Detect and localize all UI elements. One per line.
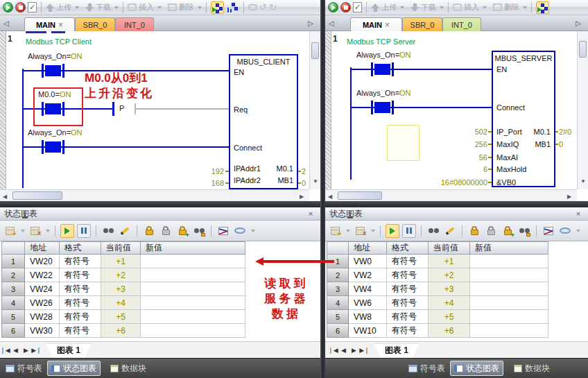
cell-format[interactable]: 有符号: [387, 268, 429, 282]
cell-new[interactable]: [141, 324, 245, 338]
upload-dropdown-icon[interactable]: [75, 6, 79, 9]
pause-chart-button[interactable]: [77, 224, 91, 238]
cell-format[interactable]: 有符号: [387, 324, 429, 338]
output-value[interactable]: 2: [302, 167, 306, 175]
server-ladder-editor[interactable]: 1 Modbus TCP Server Always_On=ON Always_…: [325, 31, 588, 201]
row-header[interactable]: 4: [2, 296, 25, 310]
row-header[interactable]: 6: [2, 324, 25, 338]
trend-view-icon[interactable]: [216, 224, 230, 238]
scroll-right-icon[interactable]: ▶: [567, 194, 571, 200]
insert-button[interactable]: 插入: [139, 2, 154, 12]
tab-int0[interactable]: INT_0: [115, 17, 154, 31]
cell-format[interactable]: 有符号: [60, 310, 101, 324]
insert-button[interactable]: 插入: [464, 2, 479, 12]
symbol-table-button[interactable]: 符号表: [2, 361, 46, 376]
download-button[interactable]: 下载: [421, 2, 436, 12]
cell-current[interactable]: +4: [429, 296, 470, 310]
unforce-icon[interactable]: [484, 224, 498, 238]
scrollbar-thumb[interactable]: [338, 191, 382, 200]
cell-current[interactable]: +5: [101, 310, 141, 324]
cell-new[interactable]: [141, 282, 245, 296]
prev-bookmark-icon[interactable]: ↺: [259, 3, 267, 12]
cell-format[interactable]: 有符号: [60, 282, 101, 296]
insert-dropdown-icon[interactable]: [157, 6, 162, 9]
output-value[interactable]: 0: [559, 140, 563, 148]
bookmark-icon[interactable]: [248, 4, 257, 10]
unforce-icon[interactable]: [159, 224, 173, 238]
download-dropdown-icon[interactable]: [114, 6, 119, 9]
scrollbar-thumb[interactable]: [12, 191, 62, 200]
col-header-address[interactable]: 地址: [349, 242, 387, 255]
contact-always-on-2[interactable]: [42, 140, 64, 154]
param-value[interactable]: 168: [195, 179, 224, 187]
scrollbar-thumb[interactable]: [579, 41, 587, 58]
row-header[interactable]: 5: [327, 310, 349, 324]
cell-new[interactable]: [470, 282, 548, 296]
cell-address[interactable]: VW30: [25, 324, 60, 338]
pin-icon[interactable]: [21, 212, 29, 220]
cell-current[interactable]: +2: [429, 268, 470, 282]
data-block-button[interactable]: 数据块: [510, 361, 553, 376]
download-dropdown-icon[interactable]: [440, 6, 444, 9]
status-chart-button[interactable]: 状态图表: [47, 361, 101, 376]
delete-chart-icon[interactable]: ×: [28, 224, 42, 238]
delete-dropdown-icon[interactable]: [523, 6, 527, 9]
cell-current[interactable]: +1: [101, 255, 141, 268]
tab-scroll-left-icon[interactable]: ◁: [3, 19, 9, 27]
delete-button[interactable]: 删除: [179, 2, 194, 12]
tab-sbr0[interactable]: SBR_0: [75, 17, 115, 31]
tab-scroll-left-icon[interactable]: ◁: [329, 19, 334, 27]
row-header[interactable]: 2: [2, 268, 25, 282]
cell-new[interactable]: [141, 296, 245, 310]
scroll-left-icon[interactable]: ◀: [328, 194, 332, 200]
cell-current[interactable]: +4: [101, 296, 141, 310]
delete-chart-icon[interactable]: ×: [353, 224, 367, 238]
run-button[interactable]: [3, 2, 13, 12]
program-status-icon[interactable]: [226, 1, 239, 14]
trend-view-icon[interactable]: [542, 224, 555, 238]
delete-chart-dropdown-icon[interactable]: [46, 230, 50, 232]
address-display-dropdown-icon[interactable]: [251, 230, 255, 232]
insert-chart-dropdown-icon[interactable]: [21, 230, 25, 232]
write-all-icon[interactable]: [118, 224, 132, 238]
cell-address[interactable]: VW0: [349, 255, 387, 268]
mbus-client-block[interactable]: MBUS_CLIENT EN Req Connect IPAddr1 IPAdd…: [229, 54, 298, 189]
address-display-icon[interactable]: [233, 224, 247, 238]
param-value[interactable]: 502: [429, 128, 487, 136]
insert-dropdown-icon[interactable]: [483, 6, 487, 9]
row-header[interactable]: 6: [327, 324, 349, 338]
cell-address[interactable]: VW10: [349, 324, 387, 338]
sheet-tab-chart1[interactable]: 图表 1: [374, 344, 420, 358]
cell-format[interactable]: 有符号: [60, 268, 101, 282]
contact-always-on-2[interactable]: [371, 101, 394, 114]
cell-format[interactable]: 有符号: [60, 296, 101, 310]
scroll-left-icon[interactable]: ◀: [3, 194, 7, 200]
prev-sheet-icon[interactable]: ◀: [10, 345, 21, 355]
next-sheet-icon[interactable]: ▶: [349, 345, 359, 355]
cell-new[interactable]: [141, 310, 245, 324]
next-sheet-icon[interactable]: ▶: [21, 345, 31, 355]
data-block-button[interactable]: 数据块: [107, 361, 150, 376]
compile-button[interactable]: ✓: [353, 2, 362, 12]
read-force-icon[interactable]: +: [175, 224, 189, 238]
param-value[interactable]: 256: [429, 140, 487, 148]
cell-format[interactable]: 有符号: [387, 255, 429, 268]
run-button[interactable]: [328, 2, 338, 12]
cell-new[interactable]: [141, 255, 245, 268]
cell-format[interactable]: 有符号: [387, 282, 429, 296]
write-all-icon[interactable]: [443, 224, 457, 238]
row-header[interactable]: 3: [2, 282, 25, 296]
insert-chart-icon[interactable]: +: [3, 224, 17, 238]
delete-button[interactable]: 删除: [504, 2, 519, 12]
delete-chart-dropdown-icon[interactable]: [371, 230, 375, 232]
read-all-icon[interactable]: [101, 224, 115, 238]
contact-always-on-1[interactable]: [42, 64, 64, 78]
cell-new[interactable]: [141, 268, 245, 282]
row-header[interactable]: 4: [327, 296, 349, 310]
tab-main[interactable]: MAIN ×: [24, 17, 75, 31]
cell-address[interactable]: VW26: [25, 296, 60, 310]
cell-address[interactable]: VW8: [349, 310, 387, 324]
insert-chart-dropdown-icon[interactable]: [346, 230, 350, 232]
tab-main[interactable]: MAIN ×: [350, 17, 402, 31]
param-value[interactable]: 56: [429, 153, 487, 162]
